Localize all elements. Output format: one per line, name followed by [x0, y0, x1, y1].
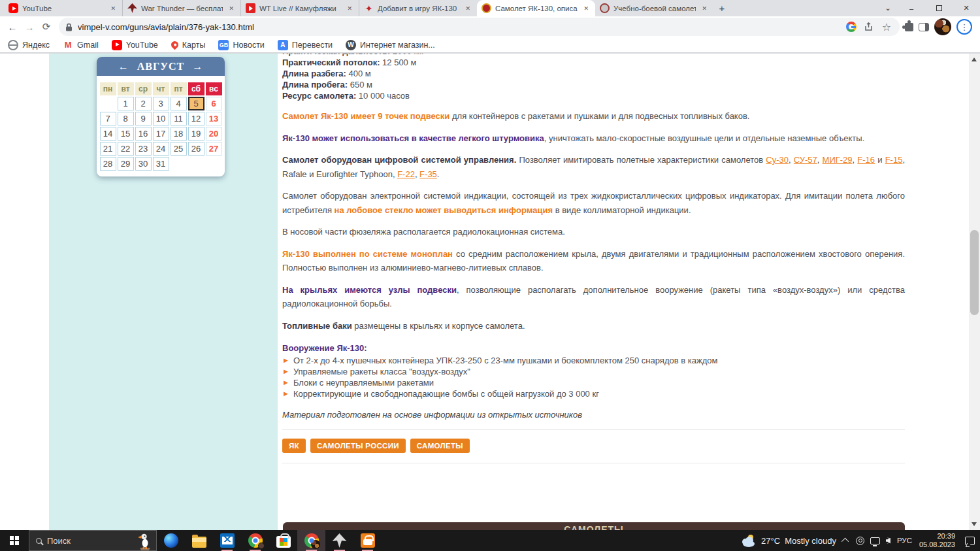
- page-scrollbar[interactable]: [969, 54, 980, 530]
- close-button[interactable]: ✕: [953, 0, 980, 16]
- browser-tab[interactable]: WT Live // Камуфляжи✕: [240, 0, 359, 16]
- tag-button[interactable]: САМОЛЕТЫ РОССИИ: [310, 439, 406, 453]
- calendar-day[interactable]: 3: [153, 97, 169, 110]
- calendar-day[interactable]: 11: [171, 112, 187, 125]
- calendar-day[interactable]: 18: [171, 127, 187, 141]
- tag-button[interactable]: ЯК: [282, 439, 306, 453]
- bookmark-item[interactable]: GBНовости: [218, 40, 264, 50]
- puffin-bird-image[interactable]: [135, 530, 155, 550]
- calendar-day[interactable]: 22: [118, 142, 134, 156]
- language-indicator[interactable]: РУС: [897, 537, 912, 544]
- calendar-day[interactable]: 5: [188, 97, 204, 110]
- calendar-day[interactable]: 29: [118, 157, 134, 171]
- calendar-prev-icon[interactable]: ←: [118, 61, 129, 73]
- extensions-icon[interactable]: [905, 23, 913, 31]
- taskbar-app-war-thunder[interactable]: [325, 530, 353, 551]
- aircraft-link[interactable]: F-15: [885, 155, 903, 165]
- minimize-button[interactable]: –: [898, 0, 925, 16]
- taskbar-app-store[interactable]: [269, 530, 297, 551]
- tab-close-icon[interactable]: ✕: [463, 5, 472, 12]
- bookmark-item[interactable]: Яндекс: [8, 40, 50, 50]
- bookmark-item[interactable]: AПеревести: [278, 40, 333, 50]
- taskbar-app-guard[interactable]: [353, 530, 382, 551]
- bookmark-item[interactable]: YouTube: [112, 40, 158, 50]
- calendar-day[interactable]: 19: [188, 127, 204, 141]
- calendar-day[interactable]: 10: [153, 112, 169, 125]
- aircraft-link[interactable]: МИГ-29: [823, 155, 853, 165]
- aircraft-link[interactable]: F-16: [857, 155, 875, 165]
- browser-tab[interactable]: YouTube✕: [4, 0, 122, 16]
- clock-widget[interactable]: 20:39 05.08.2023: [919, 532, 955, 549]
- tag-button[interactable]: САМОЛЕТЫ: [410, 439, 470, 453]
- taskbar-search-input[interactable]: Поиск: [29, 530, 157, 551]
- forward-button[interactable]: →: [21, 18, 38, 35]
- aircraft-link[interactable]: F-22: [397, 169, 415, 179]
- bookmark-item[interactable]: WИнтернет магазин...: [346, 40, 435, 50]
- calendar-day[interactable]: 28: [100, 157, 116, 171]
- browser-tab[interactable]: Самолет ЯК-130, описание, хара✕: [477, 0, 595, 16]
- calendar-day[interactable]: 16: [135, 127, 152, 141]
- calendar-day[interactable]: 21: [100, 142, 116, 156]
- scrollbar-thumb[interactable]: [970, 230, 979, 315]
- google-icon[interactable]: [846, 22, 857, 32]
- calendar-next-icon[interactable]: →: [192, 61, 203, 73]
- network-icon[interactable]: [870, 537, 880, 544]
- calendar-day[interactable]: 14: [100, 127, 116, 141]
- calendar-day[interactable]: 13: [206, 112, 222, 125]
- bookmark-item[interactable]: Карты: [171, 41, 206, 50]
- calendar-day[interactable]: 23: [135, 142, 152, 156]
- calendar-day[interactable]: 30: [135, 157, 152, 171]
- calendar-day[interactable]: 12: [188, 112, 204, 125]
- calendar-day[interactable]: 6: [206, 97, 222, 110]
- tab-close-icon[interactable]: ✕: [581, 5, 591, 12]
- tray-expand-icon[interactable]: [841, 538, 849, 545]
- calendar-day[interactable]: 20: [206, 127, 222, 141]
- scroll-up-icon[interactable]: [972, 58, 977, 61]
- profile-avatar[interactable]: [934, 18, 951, 35]
- tab-close-icon[interactable]: ✕: [345, 5, 354, 12]
- aircraft-link[interactable]: F-35: [419, 169, 437, 179]
- taskbar-app-chrome-active[interactable]: [297, 530, 325, 551]
- new-tab-button[interactable]: +: [713, 0, 730, 16]
- aircraft-link[interactable]: Су-30: [766, 155, 789, 165]
- notification-center-icon[interactable]: [965, 537, 975, 545]
- calendar-day[interactable]: 27: [206, 142, 222, 156]
- start-button[interactable]: [0, 530, 29, 551]
- taskbar-app-edge[interactable]: [157, 530, 185, 551]
- taskbar-app-mail[interactable]: [213, 530, 241, 551]
- bookmark-item[interactable]: MGmail: [63, 40, 99, 50]
- calendar-day[interactable]: 7: [100, 112, 116, 125]
- calendar-day[interactable]: 8: [118, 112, 134, 125]
- scroll-down-icon[interactable]: [972, 522, 977, 526]
- calendar-day[interactable]: 17: [153, 127, 169, 141]
- maximize-button[interactable]: [925, 0, 953, 16]
- share-icon[interactable]: [862, 20, 875, 33]
- tab-close-icon[interactable]: ✕: [108, 5, 118, 12]
- weather-widget[interactable]: 27°C Mostly cloudy: [740, 533, 836, 548]
- back-button[interactable]: ←: [4, 18, 21, 35]
- aircraft-link[interactable]: СУ-57: [794, 155, 817, 165]
- address-bar[interactable]: vimpel-v.com/guns/avia/plain/376-yak-130…: [59, 18, 900, 36]
- calendar-day[interactable]: 15: [118, 127, 134, 141]
- browser-tab[interactable]: War Thunder — бесплатная онл✕: [122, 0, 240, 16]
- calendar-day[interactable]: 25: [171, 142, 187, 156]
- calendar-day[interactable]: 9: [135, 112, 152, 125]
- tab-search-button[interactable]: ⌄: [878, 0, 898, 16]
- calendar-day[interactable]: 4: [171, 97, 187, 110]
- calendar-day[interactable]: 24: [153, 142, 169, 156]
- reload-button[interactable]: ⟳: [38, 18, 55, 35]
- calendar-day[interactable]: 26: [188, 142, 204, 156]
- browser-tab[interactable]: ✦Добавит в игру ЯК-130 - Предл✕: [359, 0, 477, 16]
- tab-close-icon[interactable]: ✕: [227, 5, 236, 12]
- taskbar-app-explorer[interactable]: [185, 530, 213, 551]
- calendar-day[interactable]: 1: [118, 97, 134, 110]
- browser-menu-icon[interactable]: ⋮: [956, 19, 972, 35]
- tray-people-icon[interactable]: [856, 537, 864, 545]
- side-panel-icon[interactable]: [919, 23, 929, 31]
- browser-tab[interactable]: Учебно-боевой самолет Як-130✕: [595, 0, 713, 16]
- calendar-day[interactable]: 31: [153, 157, 169, 171]
- calendar-day[interactable]: 2: [135, 97, 152, 110]
- bookmark-star-icon[interactable]: ☆: [880, 20, 893, 33]
- taskbar-app-chrome[interactable]: [241, 530, 269, 551]
- tab-close-icon[interactable]: ✕: [700, 5, 709, 12]
